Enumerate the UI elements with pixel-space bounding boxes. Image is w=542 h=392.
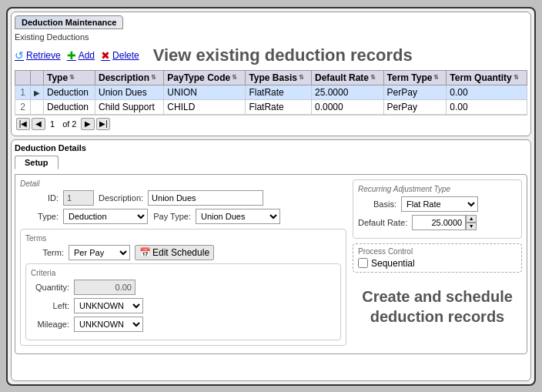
criteria-box: Criteria Quantity: Left: UNKNOWN	[25, 263, 341, 340]
row-indicator	[31, 99, 44, 114]
rate-decrement-btn[interactable]: ▼	[466, 223, 477, 230]
basis-select[interactable]: Flat Rate	[401, 196, 478, 212]
cell-defaultrate: 0.0000	[311, 99, 383, 114]
retrieve-icon: ↺	[15, 49, 24, 62]
top-panel-title: Deduction Maintenance	[15, 15, 123, 29]
cell-type: Deduction	[44, 99, 95, 114]
mileage-select[interactable]: UNKNOWN	[74, 317, 143, 332]
col-description[interactable]: Description ⇅	[95, 70, 164, 85]
quantity-input[interactable]	[74, 280, 136, 295]
delete-icon: ✖	[101, 49, 110, 62]
cell-termqty: 0.00	[447, 99, 527, 114]
deduction-table: Type ⇅ Description ⇅ PayType Code ⇅ Type…	[15, 70, 527, 115]
basis-row: Basis: Flat Rate	[358, 196, 517, 212]
quantity-label: Quantity:	[31, 283, 69, 292]
spinner-buttons: ▲ ▼	[466, 215, 477, 230]
next-page-btn[interactable]: ▶	[81, 118, 95, 130]
cell-description: Union Dues	[95, 85, 164, 99]
term-label: Term:	[25, 248, 64, 257]
cell-paytype: CHILD	[164, 99, 246, 114]
sequential-row: Sequential	[358, 258, 517, 269]
col-paytype[interactable]: PayType Code ⇅	[164, 70, 246, 85]
term-select[interactable]: Per Pay	[69, 245, 130, 260]
col-typebasis[interactable]: Type Basis ⇅	[246, 70, 312, 85]
toolbar: ↺ Retrieve ✚ Add ✖ Delete View existing …	[15, 44, 527, 67]
type-label: Type:	[20, 212, 59, 221]
table-row[interactable]: 2 Deduction Child Support CHILD FlatRate…	[15, 99, 527, 114]
last-page-btn[interactable]: ▶|	[96, 118, 110, 130]
bottom-panel-title: Deduction Details	[15, 143, 527, 152]
cell-termtype: PerPay	[383, 99, 447, 114]
add-icon: ✚	[67, 49, 76, 62]
col-num	[15, 70, 31, 85]
col-type[interactable]: Type ⇅	[44, 70, 95, 85]
tab-setup[interactable]: Setup	[15, 156, 59, 169]
calendar-icon: 📅	[139, 247, 151, 258]
page-of: of 2	[62, 119, 76, 129]
rate-spinner: ▲ ▼	[412, 215, 477, 230]
id-row: ID: Description:	[20, 190, 346, 206]
pagination: |◀ ◀ 1 of 2 ▶ ▶|	[15, 115, 527, 132]
prev-page-btn[interactable]: ◀	[32, 118, 45, 130]
paytype-select[interactable]: Union Dues	[196, 209, 280, 224]
cell-termqty: 0.00	[447, 85, 527, 99]
two-column-layout: Detail ID: Description: Type: Deduction	[20, 179, 522, 349]
col-defaultrate[interactable]: Default Rate ⇅	[311, 70, 383, 85]
sequential-checkbox[interactable]	[358, 258, 368, 268]
description-label: Description:	[99, 193, 143, 203]
top-watermark: View existing deduction records	[153, 45, 413, 65]
detail-section-label: Detail	[20, 179, 346, 188]
rate-label: Default Rate:	[358, 218, 407, 227]
process-title: Process Control	[358, 247, 517, 256]
main-container: Deduction Maintenance Existing Deduction…	[6, 7, 536, 386]
cell-paytype: UNION	[164, 85, 246, 99]
first-page-btn[interactable]: |◀	[16, 118, 30, 130]
basis-label: Basis:	[358, 199, 396, 209]
page-info: 1	[50, 119, 55, 129]
existing-label: Existing Deductions	[15, 32, 527, 42]
bottom-watermark: Create and schedulededuction records	[353, 286, 522, 327]
terms-box: Terms Term: Per Pay 📅 Edit Schedule	[20, 229, 346, 346]
left-select[interactable]: UNKNOWN	[74, 298, 143, 313]
recurring-title: Recurring Adjustment Type	[358, 185, 517, 193]
cell-typebasis: FlatRate	[246, 85, 312, 99]
recurring-box: Recurring Adjustment Type Basis: Flat Ra…	[353, 179, 522, 239]
mileage-row: Mileage: UNKNOWN	[31, 317, 336, 332]
quantity-row: Quantity:	[31, 280, 336, 295]
type-select[interactable]: Deduction	[63, 209, 148, 224]
rate-row: Default Rate: ▲ ▼	[358, 215, 517, 230]
id-label: ID:	[20, 193, 59, 203]
col-termtype[interactable]: Term Type ⇅	[383, 70, 447, 85]
sequential-label: Sequential	[371, 258, 415, 269]
rate-input[interactable]	[412, 215, 466, 230]
cell-description: Child Support	[95, 99, 164, 114]
left-row: Left: UNKNOWN	[31, 298, 336, 313]
process-box: Process Control Sequential	[353, 243, 522, 273]
detail-section: Detail ID: Description: Type: Deduction	[20, 179, 346, 224]
retrieve-button[interactable]: ↺ Retrieve	[15, 49, 61, 62]
row-num: 2	[15, 99, 31, 114]
delete-button[interactable]: ✖ Delete	[101, 49, 139, 62]
description-input[interactable]	[148, 190, 263, 206]
term-row: Term: Per Pay 📅 Edit Schedule	[25, 245, 341, 260]
criteria-title: Criteria	[31, 269, 336, 277]
bottom-panel: Deduction Details Setup Detail ID: Descr…	[11, 139, 531, 381]
tab-bar: Setup	[15, 156, 527, 169]
rate-increment-btn[interactable]: ▲	[466, 215, 477, 223]
edit-schedule-button[interactable]: 📅 Edit Schedule	[135, 245, 214, 260]
add-button[interactable]: ✚ Add	[67, 49, 95, 62]
left-column: Detail ID: Description: Type: Deduction	[20, 179, 346, 349]
table-row[interactable]: 1 ▶ Deduction Union Dues UNION FlatRate …	[15, 85, 527, 99]
cell-typebasis: FlatRate	[246, 99, 312, 114]
col-termqty[interactable]: Term Quantity ⇅	[447, 70, 527, 85]
mileage-label: Mileage:	[31, 320, 69, 329]
left-label: Left:	[31, 301, 69, 310]
tab-content: Detail ID: Description: Type: Deduction	[15, 174, 527, 354]
id-input[interactable]	[63, 190, 94, 206]
terms-title: Terms	[25, 234, 341, 243]
row-num: 1	[15, 85, 31, 99]
cell-termtype: PerPay	[383, 85, 447, 99]
row-indicator: ▶	[31, 85, 44, 99]
type-row: Type: Deduction Pay Type: Union Dues	[20, 209, 346, 224]
paytype-label: Pay Type:	[152, 212, 191, 221]
